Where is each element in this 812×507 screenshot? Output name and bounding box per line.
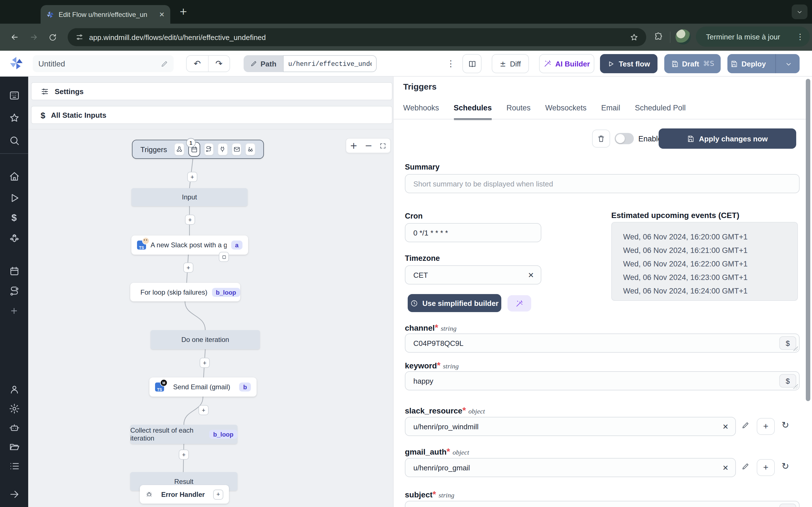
expand-arrow-icon[interactable] [8,488,20,500]
tab-schedules[interactable]: Schedules [454,104,492,120]
undo-button[interactable]: ↶ [187,56,208,71]
slack-step-node[interactable]: TS A new Slack post with a given wor... … [132,235,248,255]
add-step-button[interactable]: + [200,358,210,368]
zoom-in-button[interactable]: + [350,140,357,151]
simplified-builder-button[interactable]: Use simplified builder [408,294,501,312]
resize-handle[interactable] [794,346,798,351]
subject-input[interactable] [412,506,792,507]
summary-input[interactable] [412,179,792,188]
panel-scrollbar[interactable] [806,79,810,401]
delete-schedule-button[interactable] [592,129,610,148]
webhook-icon[interactable] [174,143,184,156]
websocket-plug-icon[interactable] [218,143,227,156]
logs-list-icon[interactable] [8,460,20,472]
insert-variable-button[interactable]: $ [779,504,796,507]
add-step-button[interactable]: + [199,405,209,415]
address-bar[interactable]: app.windmill.dev/flows/edit/u/henri/effe… [68,28,646,46]
add-plus-icon[interactable]: + [8,304,20,317]
iteration-node[interactable]: Do one iteration [151,330,260,349]
flow-name-field[interactable]: Untitled [33,55,174,72]
tab-websockets[interactable]: Websockets [545,104,587,120]
home-icon[interactable] [8,170,20,182]
apply-changes-button[interactable]: Apply changes now [659,128,796,149]
forward-icon[interactable] [29,33,38,42]
routes-icon[interactable] [8,285,20,297]
tab-close-icon[interactable]: ✕ [159,10,165,18]
refresh-resource-icon[interactable]: ↻ [781,461,789,471]
path-input[interactable] [283,55,377,72]
path-label-segment[interactable]: Path [244,55,283,72]
clear-resource-icon[interactable]: ✕ [722,463,728,472]
add-step-button[interactable]: + [187,172,197,182]
tab-webhooks[interactable]: Webhooks [403,104,439,120]
flow-settings-row[interactable]: Settings [31,82,393,100]
tab-email[interactable]: Email [601,104,620,120]
update-chrome-button[interactable]: Terminer la mise à jour ⋮ [696,26,810,47]
fullscreen-button[interactable] [380,142,387,149]
edit-resource-pencil-icon[interactable] [742,421,749,429]
timezone-input[interactable] [412,270,528,280]
add-resource-button[interactable]: + [757,418,775,435]
route-icon[interactable] [204,143,214,156]
resize-handle[interactable] [794,384,798,389]
workers-robot-icon[interactable] [8,421,20,434]
variables-dollar-icon[interactable]: $ [8,212,20,224]
redo-button[interactable]: ↷ [208,56,230,71]
favorites-star-icon[interactable] [8,112,20,124]
reload-icon[interactable] [49,33,57,41]
deploy-dropdown-button[interactable] [780,60,797,67]
more-options-icon[interactable]: ⋮ [447,59,455,69]
zoom-out-button[interactable]: − [365,140,372,151]
static-inputs-row[interactable]: $ All Static Inputs [31,106,393,124]
new-tab-button[interactable]: + [179,7,188,16]
gmail-auth-input[interactable] [412,463,722,472]
folders-icon[interactable] [8,441,20,453]
refresh-resource-icon[interactable]: ↻ [781,420,789,431]
scheduled-poll-icon[interactable] [246,143,255,156]
avatar[interactable] [675,29,691,45]
keyword-input[interactable] [412,376,792,386]
collect-node[interactable]: Collect result of each iteration b_loop [130,425,238,444]
add-error-handler-button[interactable]: + [213,489,223,499]
clear-resource-icon[interactable]: ✕ [722,422,728,431]
email-step-node[interactable]: TS M Send Email (gmail) b [149,378,257,397]
input-node[interactable]: Input [132,188,248,206]
add-step-button[interactable]: + [183,263,193,273]
chrome-menu-icon[interactable]: ⋮ [796,32,804,41]
stop-after-if-button[interactable] [219,252,229,262]
site-info-icon[interactable] [75,33,84,41]
runs-play-icon[interactable] [8,191,20,204]
resources-cubes-icon[interactable] [8,232,20,244]
enabled-toggle[interactable] [615,133,634,144]
schedules-calendar-icon[interactable] [8,265,20,277]
deploy-button[interactable]: Deploy [727,54,800,73]
settings-gear-icon[interactable] [8,402,20,414]
tab-scheduled-poll[interactable]: Scheduled Poll [635,104,686,120]
apps-icon[interactable] [8,89,20,101]
edit-name-pencil-icon[interactable] [161,60,168,67]
triggers-node[interactable]: Triggers [132,140,264,159]
email-icon[interactable] [232,143,242,156]
draft-button[interactable]: Draft ⌘S [664,54,721,73]
user-icon[interactable] [8,383,20,395]
back-icon[interactable] [10,33,19,42]
add-step-button[interactable]: + [185,215,195,225]
clear-timezone-icon[interactable]: ✕ [528,271,534,279]
edit-resource-pencil-icon[interactable] [742,462,749,470]
window-chevron-button[interactable] [792,4,808,19]
error-handler-node[interactable]: Error Handler + [140,485,229,504]
tab-routes[interactable]: Routes [506,104,530,120]
docs-button[interactable] [462,54,481,73]
cron-input[interactable] [412,228,534,237]
extensions-icon[interactable] [654,32,663,41]
bookmark-star-icon[interactable] [630,33,638,41]
add-step-button[interactable]: + [179,450,189,460]
search-icon[interactable] [8,134,20,147]
test-flow-button[interactable]: Test flow [600,54,658,73]
windmill-logo[interactable] [10,56,23,70]
add-resource-button[interactable]: + [757,459,775,476]
ai-cron-wand-button[interactable] [507,295,531,312]
ai-builder-button[interactable]: AI Builder [539,54,594,73]
for-loop-node[interactable]: For loop (skip failures) b_loop [130,283,240,301]
channel-input[interactable] [412,338,792,348]
